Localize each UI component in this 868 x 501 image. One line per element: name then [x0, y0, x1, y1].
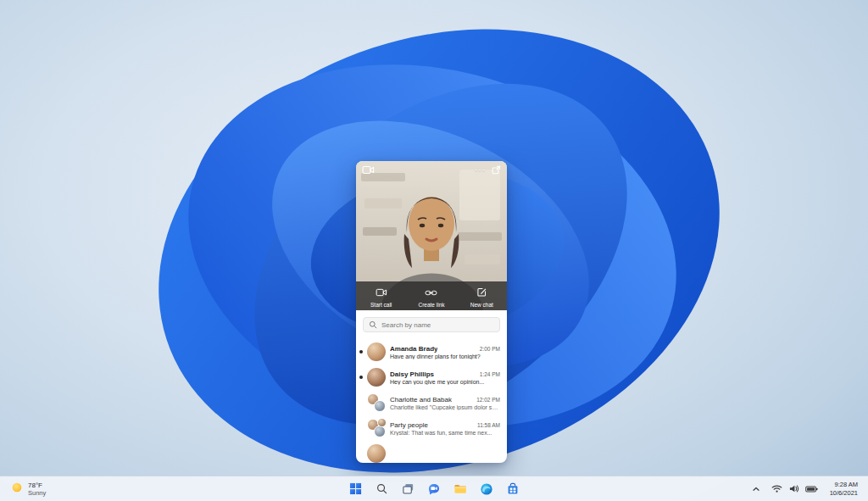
start-button[interactable] — [344, 479, 366, 499]
search-box[interactable] — [363, 317, 500, 332]
chat-name: Amanda Brady — [390, 345, 437, 353]
quick-actions-bar: Start call Create link New chat — [356, 281, 507, 310]
weather-condition: Sunny — [28, 489, 46, 497]
edge-browser-icon[interactable] — [476, 479, 498, 499]
group-avatar — [367, 419, 386, 437]
search-icon — [369, 317, 377, 332]
chat-flyout: ··· Start call Create li — [356, 161, 507, 463]
search-input[interactable] — [381, 321, 494, 329]
desktop: ··· Start call Create li — [0, 0, 868, 501]
clock[interactable]: 9:28 AM 10/6/2021 — [826, 481, 861, 498]
chat-list-item[interactable]: Amanda Brady 2:00 PM Have any dinner pla… — [356, 339, 507, 365]
start-call-icon — [376, 285, 387, 300]
clock-date: 10/6/2021 — [830, 489, 858, 498]
recent-chats-list: Amanda Brady 2:00 PM Have any dinner pla… — [356, 337, 507, 463]
group-avatar — [367, 393, 386, 412]
chat-list-item[interactable]: Charlotte and Babak 12:02 PM Charlotte l… — [356, 390, 507, 415]
new-chat-button[interactable]: New chat — [457, 281, 507, 310]
start-call-button[interactable]: Start call — [356, 281, 406, 310]
start-call-label: Start call — [370, 302, 392, 308]
avatar — [367, 368, 386, 387]
microsoft-store-icon[interactable] — [502, 479, 524, 499]
camera-preview: ··· Start call Create li — [356, 161, 507, 310]
weather-widget[interactable]: 78°F Sunny — [5, 476, 51, 501]
teams-chat-icon[interactable] — [423, 479, 445, 499]
file-explorer-icon[interactable] — [449, 479, 471, 499]
chat-time: 11:58 AM — [477, 422, 500, 428]
avatar — [367, 444, 386, 463]
wifi-icon — [771, 482, 782, 497]
new-chat-icon — [477, 285, 487, 300]
system-tray: 9:28 AM 10/6/2021 — [749, 476, 865, 501]
chat-list-item[interactable] — [356, 441, 507, 463]
chat-preview: Krystal: That was fun, same time nex... — [390, 430, 500, 436]
create-link-button[interactable]: Create link — [406, 281, 456, 310]
taskbar: 78°F Sunny — [0, 476, 868, 501]
camera-icon[interactable] — [362, 163, 375, 178]
chat-name: Charlotte and Babak — [390, 396, 452, 404]
clock-time: 9:28 AM — [834, 481, 858, 489]
battery-icon — [805, 482, 818, 497]
chat-list-item[interactable]: Daisy Phillips 1:24 PM Hey can you give … — [356, 365, 507, 390]
unread-indicator — [359, 350, 363, 353]
chat-list-item[interactable]: Party people 11:58 AM Krystal: That was … — [356, 415, 507, 441]
avatar — [367, 342, 386, 361]
weather-temperature: 78°F — [28, 482, 46, 490]
taskbar-search-icon[interactable] — [370, 479, 392, 499]
popout-icon[interactable] — [492, 163, 501, 178]
volume-icon — [788, 482, 799, 497]
tray-status-icons[interactable] — [770, 482, 820, 497]
chat-time: 12:02 PM — [476, 397, 500, 403]
chat-time: 2:00 PM — [480, 346, 500, 352]
chat-name: Daisy Phillips — [390, 370, 434, 378]
unread-indicator — [359, 376, 363, 379]
hidden-icons-chevron[interactable] — [749, 485, 763, 493]
task-view-icon[interactable] — [397, 479, 419, 499]
chat-preview: Hey can you give me your opinion... — [390, 379, 500, 385]
chat-name: Party people — [390, 421, 428, 429]
chat-preview: Charlotte liked "Cupcake ipsum dolor see… — [390, 404, 500, 410]
chat-time: 1:24 PM — [480, 371, 500, 377]
taskbar-center-icons — [344, 479, 524, 499]
create-link-label: Create link — [418, 302, 444, 308]
more-options-icon[interactable]: ··· — [475, 166, 486, 175]
chat-preview: Have any dinner plans for tonight? — [390, 353, 500, 359]
sun-icon — [10, 481, 24, 498]
create-link-icon — [425, 285, 437, 300]
new-chat-label: New chat — [470, 302, 493, 308]
